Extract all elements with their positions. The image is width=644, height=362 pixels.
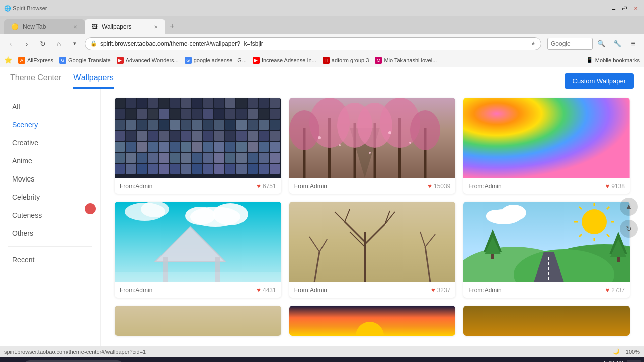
sidebar-item-recent[interactable]: Recent bbox=[0, 251, 100, 269]
status-right: 🌙 100% bbox=[613, 348, 640, 355]
wallpaper-likes-3: ♥ 9138 bbox=[606, 182, 625, 190]
svg-rect-68 bbox=[192, 142, 202, 152]
taskbar-skype[interactable]: 💬 bbox=[283, 358, 299, 362]
svg-rect-2 bbox=[126, 98, 136, 108]
svg-rect-14 bbox=[259, 98, 269, 108]
bookmark-mobile[interactable]: 📱 Mobile bookmarks bbox=[586, 57, 640, 63]
tab-newtab[interactable]: 🟡 New Tab ✕ bbox=[4, 19, 85, 34]
bookmark-translate[interactable]: G Google Translate bbox=[59, 57, 111, 64]
wallpaper-img-2 bbox=[289, 98, 456, 178]
taskbar-chrome[interactable]: ⚙ bbox=[249, 358, 265, 362]
heart-icon-1: ♥ bbox=[257, 182, 261, 190]
svg-rect-102 bbox=[236, 164, 247, 174]
wallpaper-card-2[interactable]: From:Admin ♥ 15039 bbox=[289, 98, 456, 194]
sidebar-item-others[interactable]: Others bbox=[0, 224, 100, 242]
svg-rect-35 bbox=[159, 120, 169, 130]
search-input[interactable] bbox=[547, 38, 593, 50]
svg-rect-22 bbox=[181, 109, 191, 119]
sidebar-item-anime[interactable]: Anime bbox=[0, 152, 100, 170]
wallpaper-card-3[interactable]: From:Admin ♥ 9138 bbox=[463, 98, 630, 194]
forward-btn[interactable]: › bbox=[20, 37, 33, 50]
minimize-btn[interactable]: 🗕 bbox=[610, 4, 618, 12]
youtube-icon: ▶ bbox=[253, 57, 260, 64]
sidebar-item-creative[interactable]: Creative bbox=[0, 134, 100, 152]
likes-count-3: 9138 bbox=[611, 183, 625, 190]
status-bar: spirit.browser.taobao.com/theme-center#/… bbox=[0, 346, 644, 357]
new-tab-btn[interactable]: + bbox=[165, 19, 179, 33]
svg-rect-49 bbox=[148, 131, 158, 141]
sidebar-item-movies[interactable]: Movies bbox=[0, 170, 100, 188]
svg-rect-10 bbox=[214, 98, 224, 108]
taskbar-chrome-orange[interactable]: 🔴 bbox=[231, 358, 248, 362]
bookmark-increase-adsense[interactable]: ▶ Increase Adsense In... bbox=[253, 57, 316, 64]
svg-rect-63 bbox=[137, 142, 147, 152]
svg-rect-27 bbox=[236, 109, 247, 119]
svg-rect-9 bbox=[203, 98, 213, 108]
tab-wallpapers[interactable]: 🖼 Wallpapers ✕ bbox=[85, 19, 165, 34]
taskbar-explorer[interactable]: 📁 bbox=[163, 358, 179, 362]
taskbar-edge[interactable]: 🌐 bbox=[214, 358, 230, 362]
svg-rect-77 bbox=[126, 153, 136, 163]
bookmark-adform[interactable]: H adform group 3 bbox=[323, 57, 369, 64]
svg-rect-15 bbox=[270, 98, 280, 108]
start-button[interactable] bbox=[3, 358, 21, 362]
home-btn[interactable]: ⌂ bbox=[52, 37, 65, 50]
bookmark-adsense[interactable]: G google adsense - G... bbox=[185, 57, 247, 64]
svg-rect-31 bbox=[115, 120, 125, 130]
bookmark-mio[interactable]: M Mio Takahashi lovel... bbox=[375, 57, 437, 64]
star-icon[interactable]: ★ bbox=[531, 40, 536, 47]
svg-rect-89 bbox=[259, 153, 269, 163]
svg-point-129 bbox=[185, 207, 215, 225]
wallpaper-from-1: From:Admin bbox=[120, 183, 152, 190]
bookmark-aliexpress[interactable]: A AliExpress bbox=[18, 57, 53, 64]
custom-wallpaper-btn[interactable]: Custom Wallpaper bbox=[565, 73, 634, 89]
show-desktop-btn[interactable] bbox=[627, 360, 641, 362]
svg-rect-82 bbox=[181, 153, 191, 163]
tab-close-newtab[interactable]: ✕ bbox=[73, 24, 77, 30]
window-controls[interactable]: 🗕 🗗 ✕ bbox=[610, 4, 640, 12]
barren-svg bbox=[289, 202, 456, 282]
wallpaper-card-6[interactable]: From:Admin ♥ 2737 bbox=[463, 202, 630, 298]
nav-theme-center[interactable]: Theme Center bbox=[10, 73, 61, 89]
sidebar-item-scenery[interactable]: Scenery bbox=[0, 116, 100, 134]
scroll-refresh-btn[interactable]: ↻ bbox=[620, 220, 638, 238]
refresh-btn[interactable]: ↻ bbox=[36, 37, 49, 50]
taskbar-firefox[interactable]: 🦊 bbox=[197, 358, 213, 362]
wallpaper-img-8 bbox=[289, 306, 456, 336]
history-btn[interactable]: ▾ bbox=[68, 37, 82, 50]
taskbar-clock[interactable]: 6:42 AM 11/17/2016 bbox=[596, 359, 624, 362]
sidebar-item-cuteness[interactable]: Cuteness bbox=[0, 206, 100, 224]
svg-rect-30 bbox=[270, 109, 280, 119]
svg-rect-16 bbox=[115, 109, 125, 119]
taskbar-cortana[interactable]: ⊙ bbox=[129, 358, 145, 362]
likes-count-6: 2737 bbox=[611, 287, 625, 294]
bookmark-advanced-wonders[interactable]: ▶ Advanced Wonders... bbox=[117, 57, 179, 64]
nav-wallpapers[interactable]: Wallpapers bbox=[73, 73, 113, 89]
taskbar-taskview[interactable]: ⊞ bbox=[146, 358, 162, 362]
wallpaper-card-8[interactable] bbox=[289, 306, 456, 336]
wallpaper-card-5[interactable]: From:Admin ♥ 3237 bbox=[289, 202, 456, 298]
address-input[interactable] bbox=[100, 40, 528, 47]
tab-close-wallpapers[interactable]: ✕ bbox=[154, 24, 158, 30]
svg-rect-98 bbox=[192, 164, 202, 174]
restore-btn[interactable]: 🗗 bbox=[621, 4, 629, 12]
sidebar-item-celebrity[interactable]: Celebrity bbox=[0, 188, 100, 206]
extensions-btn[interactable]: 🔧 bbox=[611, 37, 624, 50]
close-btn[interactable]: ✕ bbox=[632, 4, 640, 12]
sunset-svg bbox=[289, 306, 456, 336]
wallpaper-card-7[interactable] bbox=[115, 306, 281, 336]
sidebar-item-all[interactable]: All bbox=[0, 98, 100, 116]
wallpaper-card-9[interactable] bbox=[463, 306, 630, 336]
scroll-up-btn[interactable]: ▲ bbox=[620, 198, 638, 216]
menu-btn[interactable]: ≡ bbox=[627, 37, 640, 50]
wallpaper-card-1[interactable]: From:Admin ♥ 6751 bbox=[115, 98, 281, 194]
translate-icon: G bbox=[59, 57, 66, 64]
svg-point-119 bbox=[318, 136, 321, 139]
svg-rect-95 bbox=[159, 164, 169, 174]
taskbar-store[interactable]: 🛍 bbox=[180, 358, 196, 362]
wallpaper-card-4[interactable]: From:Admin ♥ 4431 bbox=[115, 202, 281, 298]
wallpaper-footer-2: From:Admin ♥ 15039 bbox=[289, 178, 456, 194]
taskbar-media[interactable]: 🎵 bbox=[266, 358, 282, 362]
back-btn[interactable]: ‹ bbox=[4, 37, 17, 50]
search-btn[interactable]: 🔍 bbox=[595, 37, 608, 50]
